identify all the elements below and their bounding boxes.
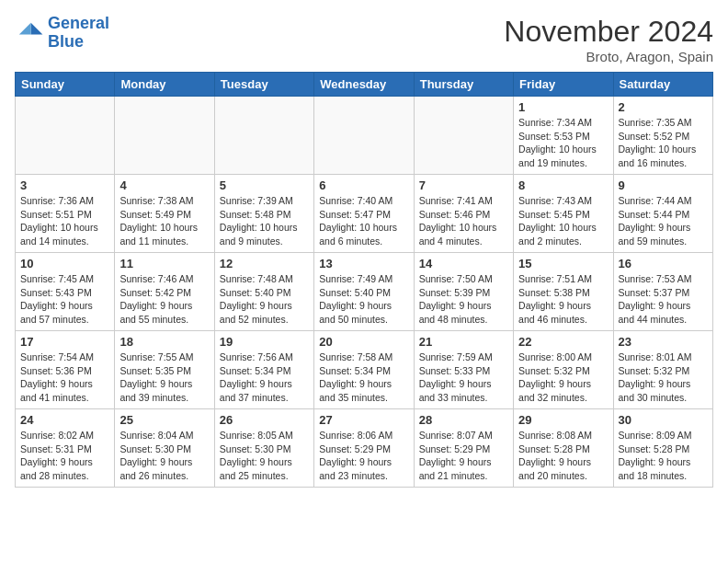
weekday-header-tuesday: Tuesday: [214, 73, 313, 97]
week-row-4: 17Sunrise: 7:54 AM Sunset: 5:36 PM Dayli…: [16, 331, 713, 409]
day-number: 24: [20, 413, 109, 427]
day-cell: 27Sunrise: 8:06 AM Sunset: 5:29 PM Dayli…: [314, 409, 414, 488]
day-info: Sunrise: 8:08 AM Sunset: 5:28 PM Dayligh…: [518, 429, 608, 483]
day-cell: 13Sunrise: 7:49 AM Sunset: 5:40 PM Dayli…: [314, 253, 414, 331]
day-cell: [414, 97, 513, 175]
day-number: 2: [619, 100, 708, 114]
weekday-header-thursday: Thursday: [414, 73, 513, 97]
day-info: Sunrise: 8:06 AM Sunset: 5:29 PM Dayligh…: [319, 429, 408, 483]
logo-line2: Blue: [48, 32, 84, 51]
day-number: 22: [518, 335, 608, 349]
week-row-1: 1Sunrise: 7:34 AM Sunset: 5:53 PM Daylig…: [16, 97, 713, 175]
day-cell: [115, 97, 214, 175]
day-number: 15: [518, 257, 608, 270]
weekday-header-monday: Monday: [115, 73, 214, 97]
location: Broto, Aragon, Spain: [504, 49, 713, 64]
day-info: Sunrise: 7:44 AM Sunset: 5:44 PM Dayligh…: [619, 194, 708, 248]
weekday-header-wednesday: Wednesday: [314, 73, 414, 97]
day-info: Sunrise: 7:36 AM Sunset: 5:51 PM Dayligh…: [20, 194, 109, 248]
page-header: General Blue November 2024 Broto, Aragon…: [15, 15, 713, 64]
day-number: 18: [119, 335, 209, 349]
day-info: Sunrise: 7:35 AM Sunset: 5:52 PM Dayligh…: [619, 116, 708, 170]
day-cell: 9Sunrise: 7:44 AM Sunset: 5:44 PM Daylig…: [613, 175, 712, 253]
day-number: 1: [518, 100, 608, 114]
svg-marker-1: [19, 23, 31, 35]
logo: General Blue: [15, 15, 109, 52]
day-cell: [16, 97, 115, 175]
day-info: Sunrise: 8:07 AM Sunset: 5:29 PM Dayligh…: [419, 429, 508, 483]
day-info: Sunrise: 8:04 AM Sunset: 5:30 PM Dayligh…: [119, 429, 209, 483]
day-number: 7: [419, 178, 508, 192]
day-cell: 19Sunrise: 7:56 AM Sunset: 5:34 PM Dayli…: [214, 331, 313, 409]
day-info: Sunrise: 7:40 AM Sunset: 5:47 PM Dayligh…: [319, 194, 408, 248]
day-cell: 1Sunrise: 7:34 AM Sunset: 5:53 PM Daylig…: [514, 97, 613, 175]
day-cell: 16Sunrise: 7:53 AM Sunset: 5:37 PM Dayli…: [613, 253, 712, 331]
day-cell: 17Sunrise: 7:54 AM Sunset: 5:36 PM Dayli…: [16, 331, 115, 409]
day-info: Sunrise: 7:54 AM Sunset: 5:36 PM Dayligh…: [20, 350, 109, 405]
day-info: Sunrise: 7:51 AM Sunset: 5:38 PM Dayligh…: [518, 272, 608, 327]
day-info: Sunrise: 7:48 AM Sunset: 5:40 PM Dayligh…: [220, 272, 309, 327]
weekday-header-saturday: Saturday: [613, 73, 712, 97]
day-number: 10: [20, 257, 109, 270]
day-cell: 28Sunrise: 8:07 AM Sunset: 5:29 PM Dayli…: [414, 409, 513, 488]
day-number: 11: [119, 257, 209, 270]
logo-text: General Blue: [48, 15, 109, 52]
svg-marker-0: [31, 23, 43, 35]
day-info: Sunrise: 8:01 AM Sunset: 5:32 PM Dayligh…: [619, 350, 708, 405]
day-cell: 20Sunrise: 7:58 AM Sunset: 5:34 PM Dayli…: [314, 331, 414, 409]
day-cell: 7Sunrise: 7:41 AM Sunset: 5:46 PM Daylig…: [414, 175, 513, 253]
day-info: Sunrise: 7:50 AM Sunset: 5:39 PM Dayligh…: [419, 272, 508, 327]
day-cell: 3Sunrise: 7:36 AM Sunset: 5:51 PM Daylig…: [16, 175, 115, 253]
week-row-5: 24Sunrise: 8:02 AM Sunset: 5:31 PM Dayli…: [16, 409, 713, 488]
day-info: Sunrise: 7:53 AM Sunset: 5:37 PM Dayligh…: [619, 272, 708, 327]
day-number: 21: [419, 335, 508, 349]
day-cell: 22Sunrise: 8:00 AM Sunset: 5:32 PM Dayli…: [514, 331, 613, 409]
day-cell: 30Sunrise: 8:09 AM Sunset: 5:28 PM Dayli…: [613, 409, 712, 488]
weekday-header-sunday: Sunday: [16, 73, 115, 97]
day-number: 6: [319, 178, 408, 192]
day-number: 20: [319, 335, 408, 349]
day-info: Sunrise: 7:41 AM Sunset: 5:46 PM Dayligh…: [419, 194, 508, 248]
day-cell: [214, 97, 313, 175]
day-number: 14: [419, 257, 508, 270]
day-info: Sunrise: 7:43 AM Sunset: 5:45 PM Dayligh…: [518, 194, 608, 248]
day-cell: 8Sunrise: 7:43 AM Sunset: 5:45 PM Daylig…: [514, 175, 613, 253]
day-cell: 12Sunrise: 7:48 AM Sunset: 5:40 PM Dayli…: [214, 253, 313, 331]
day-number: 28: [419, 413, 508, 427]
day-info: Sunrise: 8:00 AM Sunset: 5:32 PM Dayligh…: [518, 350, 608, 405]
day-info: Sunrise: 7:59 AM Sunset: 5:33 PM Dayligh…: [419, 350, 508, 405]
week-row-3: 10Sunrise: 7:45 AM Sunset: 5:43 PM Dayli…: [16, 253, 713, 331]
day-cell: 24Sunrise: 8:02 AM Sunset: 5:31 PM Dayli…: [16, 409, 115, 488]
day-cell: [314, 97, 414, 175]
day-number: 17: [20, 335, 109, 349]
day-cell: 2Sunrise: 7:35 AM Sunset: 5:52 PM Daylig…: [613, 97, 712, 175]
week-row-2: 3Sunrise: 7:36 AM Sunset: 5:51 PM Daylig…: [16, 175, 713, 253]
day-info: Sunrise: 7:34 AM Sunset: 5:53 PM Dayligh…: [518, 116, 608, 170]
title-block: November 2024 Broto, Aragon, Spain: [504, 15, 713, 64]
day-info: Sunrise: 7:45 AM Sunset: 5:43 PM Dayligh…: [20, 272, 109, 327]
day-number: 3: [20, 178, 109, 192]
weekday-header-row: SundayMondayTuesdayWednesdayThursdayFrid…: [16, 73, 713, 97]
day-number: 23: [619, 335, 708, 349]
day-info: Sunrise: 8:09 AM Sunset: 5:28 PM Dayligh…: [619, 429, 708, 483]
day-number: 9: [619, 178, 708, 192]
day-info: Sunrise: 7:55 AM Sunset: 5:35 PM Dayligh…: [119, 350, 209, 405]
day-number: 4: [119, 178, 209, 192]
calendar: SundayMondayTuesdayWednesdayThursdayFrid…: [15, 72, 713, 488]
day-info: Sunrise: 7:39 AM Sunset: 5:48 PM Dayligh…: [220, 194, 309, 248]
day-info: Sunrise: 7:56 AM Sunset: 5:34 PM Dayligh…: [220, 350, 309, 405]
day-info: Sunrise: 8:02 AM Sunset: 5:31 PM Dayligh…: [20, 429, 109, 483]
day-cell: 29Sunrise: 8:08 AM Sunset: 5:28 PM Dayli…: [514, 409, 613, 488]
weekday-header-friday: Friday: [514, 73, 613, 97]
day-info: Sunrise: 8:05 AM Sunset: 5:30 PM Dayligh…: [220, 429, 309, 483]
day-cell: 6Sunrise: 7:40 AM Sunset: 5:47 PM Daylig…: [314, 175, 414, 253]
day-cell: 21Sunrise: 7:59 AM Sunset: 5:33 PM Dayli…: [414, 331, 513, 409]
day-info: Sunrise: 7:38 AM Sunset: 5:49 PM Dayligh…: [119, 194, 209, 248]
day-number: 30: [619, 413, 708, 427]
day-cell: 5Sunrise: 7:39 AM Sunset: 5:48 PM Daylig…: [214, 175, 313, 253]
day-number: 16: [619, 257, 708, 270]
day-number: 29: [518, 413, 608, 427]
day-number: 27: [319, 413, 408, 427]
day-cell: 25Sunrise: 8:04 AM Sunset: 5:30 PM Dayli…: [115, 409, 214, 488]
day-number: 19: [220, 335, 309, 349]
